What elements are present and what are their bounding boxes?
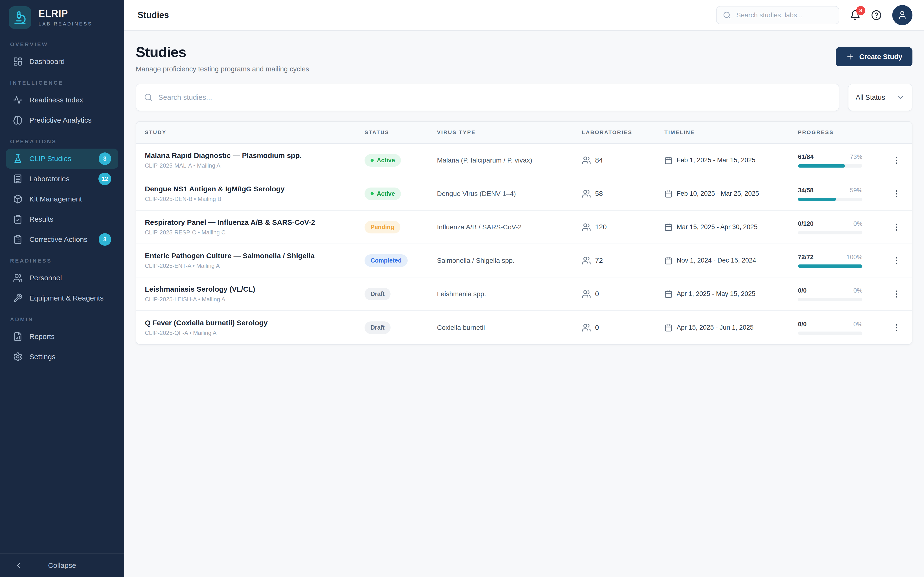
sidebar-collapse-button[interactable]: Collapse bbox=[0, 553, 124, 577]
sidebar-item-readiness-index[interactable]: Readiness Index bbox=[6, 90, 118, 110]
laboratories-cell: 72 bbox=[582, 256, 664, 265]
status-badge: Active bbox=[365, 154, 401, 167]
study-code: CLIP-2025-ENT-A • Mailing A bbox=[145, 263, 365, 269]
progress-bar bbox=[798, 164, 863, 168]
progress-percent: 0% bbox=[853, 220, 863, 227]
nav-item-label: Corrective Actions bbox=[29, 235, 87, 243]
progress-bar bbox=[798, 332, 863, 335]
progress-fraction: 34/58 bbox=[798, 187, 814, 194]
studies-table: STUDYSTATUSVIRUS TYPELABORATORIESTIMELIN… bbox=[136, 121, 913, 345]
sidebar-item-settings[interactable]: Settings bbox=[6, 347, 118, 367]
clipboard-list-icon bbox=[13, 235, 23, 244]
study-title: Leishmaniasis Serology (VL/CL) bbox=[145, 285, 365, 293]
global-search bbox=[716, 6, 839, 24]
nav-section-label: OVERVIEW bbox=[10, 41, 114, 48]
status-filter-dropdown[interactable]: All Status bbox=[848, 84, 913, 111]
brain-icon bbox=[13, 115, 23, 125]
count-badge: 3 bbox=[99, 233, 111, 246]
status-badge: Draft bbox=[365, 321, 391, 334]
column-header-status: STATUS bbox=[365, 129, 437, 135]
studies-search-input[interactable] bbox=[158, 93, 831, 102]
brand-tagline: LAB READINESS bbox=[39, 21, 92, 27]
progress-cell: 61/8473% bbox=[798, 153, 863, 168]
nav-item-label: Kit Management bbox=[29, 195, 82, 203]
chevron-down-icon bbox=[897, 93, 905, 102]
laboratories-cell: 84 bbox=[582, 156, 664, 165]
virus-type: Coxiella burnetii bbox=[437, 324, 582, 332]
studies-search bbox=[136, 84, 839, 111]
user-avatar[interactable] bbox=[892, 5, 913, 25]
page-title: Studies bbox=[136, 44, 309, 60]
column-header-virus-type: VIRUS TYPE bbox=[437, 129, 582, 135]
progress-bar-fill bbox=[798, 264, 863, 268]
progress-bar-fill bbox=[798, 198, 836, 201]
timeline-cell: Feb 1, 2025 - Mar 15, 2025 bbox=[664, 156, 798, 164]
users-icon bbox=[13, 273, 23, 283]
timeline-cell: Nov 1, 2024 - Dec 15, 2024 bbox=[664, 256, 798, 265]
virus-type: Salmonella / Shigella spp. bbox=[437, 257, 582, 264]
global-search-input[interactable] bbox=[736, 11, 833, 19]
notifications-button[interactable]: 3 bbox=[850, 10, 861, 21]
activity-icon bbox=[13, 95, 23, 105]
progress-cell: 0/00% bbox=[798, 287, 863, 301]
sidebar-item-predictive-analytics[interactable]: Predictive Analytics bbox=[6, 110, 118, 130]
study-cell: Enteric Pathogen Culture — Salmonella / … bbox=[145, 252, 365, 269]
virus-type: Influenza A/B / SARS-CoV-2 bbox=[437, 223, 582, 231]
topbar: Studies 3 bbox=[124, 0, 924, 31]
sidebar-item-laboratories[interactable]: Laboratories12 bbox=[6, 169, 118, 189]
row-actions-button[interactable] bbox=[890, 187, 903, 200]
progress-percent: 73% bbox=[850, 153, 863, 161]
table-row-clip-2025-ent-a[interactable]: Enteric Pathogen Culture — Salmonella / … bbox=[136, 244, 912, 277]
table-row-clip-2025-mal-a[interactable]: Malaria Rapid Diagnostic — Plasmodium sp… bbox=[136, 144, 912, 177]
row-actions-button[interactable] bbox=[890, 321, 903, 334]
laboratories-cell: 120 bbox=[582, 222, 664, 232]
column-header-study: STUDY bbox=[145, 129, 365, 135]
nav-item-label: Equipment & Reagents bbox=[29, 294, 104, 302]
create-study-button[interactable]: Create Study bbox=[836, 47, 913, 66]
row-actions-button[interactable] bbox=[890, 287, 903, 301]
page-subtitle: Manage proficiency testing programs and … bbox=[136, 65, 309, 73]
timeline-cell: Apr 1, 2025 - May 15, 2025 bbox=[664, 290, 798, 298]
sidebar-item-personnel[interactable]: Personnel bbox=[6, 268, 118, 288]
sidebar-item-clip-studies[interactable]: CLIP Studies3 bbox=[6, 148, 118, 169]
kebab-icon bbox=[892, 289, 901, 299]
progress-labels: 61/8473% bbox=[798, 153, 863, 161]
sidebar-item-dashboard[interactable]: Dashboard bbox=[6, 52, 118, 72]
table-row-clip-2025-leish-a[interactable]: Leishmaniasis Serology (VL/CL)CLIP-2025-… bbox=[136, 277, 912, 311]
sidebar-item-equipment-reagents[interactable]: Equipment & Reagents bbox=[6, 288, 118, 308]
row-actions-button[interactable] bbox=[890, 154, 903, 167]
sidebar-nav: OVERVIEWDashboardINTELLIGENCEReadiness I… bbox=[0, 35, 124, 553]
table-row-clip-2025-resp-c[interactable]: Respiratory Panel — Influenza A/B & SARS… bbox=[136, 211, 912, 244]
row-actions-button[interactable] bbox=[890, 254, 903, 268]
search-icon bbox=[144, 93, 153, 102]
sidebar-item-kit-management[interactable]: Kit Management bbox=[6, 189, 118, 209]
nav-item-label: Dashboard bbox=[29, 58, 65, 66]
status-cell: Draft bbox=[365, 288, 437, 300]
kebab-icon bbox=[892, 156, 901, 165]
study-cell: Dengue NS1 Antigen & IgM/IgG SerologyCLI… bbox=[145, 185, 365, 202]
progress-labels: 0/1200% bbox=[798, 220, 863, 227]
sidebar-item-corrective-actions[interactable]: Corrective Actions3 bbox=[6, 229, 118, 250]
timeline-cell: Apr 15, 2025 - Jun 1, 2025 bbox=[664, 324, 798, 332]
help-button[interactable] bbox=[871, 10, 882, 21]
clipboard-check-icon bbox=[13, 214, 23, 224]
users-icon bbox=[582, 222, 591, 232]
topbar-title: Studies bbox=[137, 10, 169, 20]
status-cell: Pending bbox=[365, 221, 437, 234]
nav-section-label: OPERATIONS bbox=[10, 139, 114, 145]
progress-labels: 0/00% bbox=[798, 287, 863, 294]
sidebar-item-reports[interactable]: Reports bbox=[6, 327, 118, 347]
study-title: Enteric Pathogen Culture — Salmonella / … bbox=[145, 252, 365, 260]
table-row-clip-2025-qf-a[interactable]: Q Fever (Coxiella burnetii) SerologyCLIP… bbox=[136, 311, 912, 344]
column-header-timeline: TIMELINE bbox=[664, 129, 798, 135]
kebab-icon bbox=[892, 256, 901, 266]
calendar-icon bbox=[664, 190, 672, 198]
sidebar-item-results[interactable]: Results bbox=[6, 209, 118, 229]
notification-badge: 3 bbox=[856, 6, 865, 15]
table-row-clip-2025-den-b[interactable]: Dengue NS1 Antigen & IgM/IgG SerologyCLI… bbox=[136, 177, 912, 211]
filter-row: All Status bbox=[136, 84, 913, 111]
progress-cell: 0/1200% bbox=[798, 220, 863, 234]
study-cell: Leishmaniasis Serology (VL/CL)CLIP-2025-… bbox=[145, 285, 365, 303]
table-header-row: STUDYSTATUSVIRUS TYPELABORATORIESTIMELIN… bbox=[136, 122, 912, 144]
row-actions-button[interactable] bbox=[890, 221, 903, 234]
